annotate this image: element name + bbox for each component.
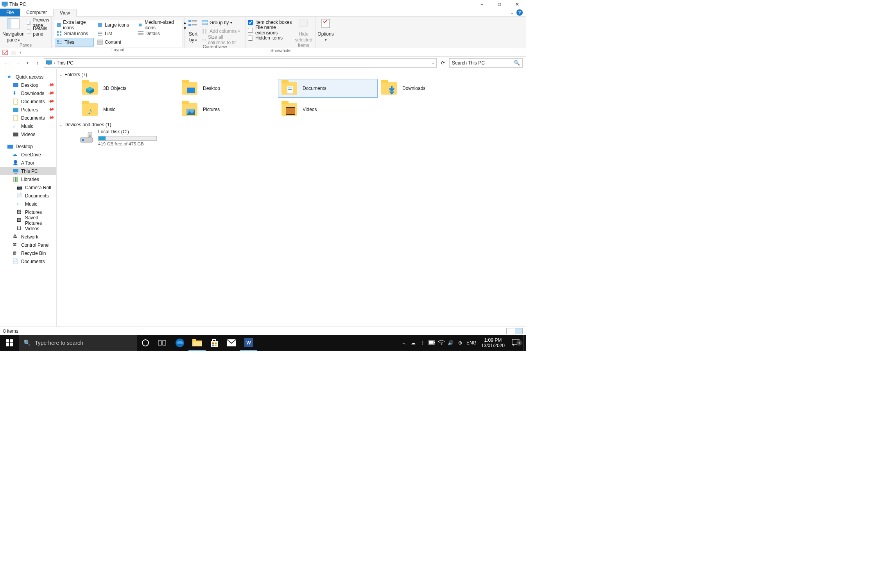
address-bar[interactable]: › This PC ⌄ bbox=[44, 58, 437, 68]
sidebar-lib-videos[interactable]: 🎞Videos bbox=[0, 224, 56, 233]
qat-dropdown-icon[interactable]: ▾ bbox=[20, 50, 22, 54]
refresh-button[interactable]: ⟳ bbox=[439, 60, 447, 66]
sidebar-quick-access[interactable]: ★Quick access bbox=[0, 73, 56, 81]
sort-by-button[interactable]: Sort by ▾ bbox=[187, 18, 199, 43]
taskbar-word[interactable]: W bbox=[240, 335, 257, 351]
tray-onedrive-icon[interactable]: ☁ bbox=[409, 340, 418, 346]
tray-wifi-icon[interactable] bbox=[437, 340, 446, 346]
tray-clock[interactable]: 1:09 PM 13/01/2020 bbox=[478, 337, 508, 349]
folder-label: Desktop bbox=[203, 86, 220, 91]
taskbar-store[interactable] bbox=[206, 335, 223, 351]
minimize-button[interactable]: − bbox=[473, 0, 491, 9]
sidebar-this-pc[interactable]: This PC bbox=[0, 167, 56, 175]
layout-content[interactable]: Content bbox=[95, 38, 134, 47]
folder-pictures[interactable]: ☁Pictures bbox=[178, 100, 278, 119]
cortana-button[interactable] bbox=[137, 335, 154, 351]
layout-details[interactable]: Details bbox=[136, 29, 182, 38]
folder-downloads[interactable]: Downloads bbox=[378, 79, 477, 98]
layout-gallery[interactable]: Extra large icons Large icons Medium-siz… bbox=[54, 20, 183, 47]
sidebar-item-documents[interactable]: Documents📌 bbox=[0, 97, 56, 106]
sidebar-item-downloads[interactable]: ⬇Downloads📌 bbox=[0, 89, 56, 97]
recent-locations-button[interactable]: ▾ bbox=[23, 61, 31, 65]
layout-extra-large[interactable]: Extra large icons bbox=[55, 21, 94, 29]
folders-header[interactable]: ⌄Folders (7) bbox=[59, 72, 522, 77]
action-center-button[interactable]: 1 bbox=[508, 339, 523, 347]
file-extensions-toggle[interactable]: File name extensions bbox=[248, 26, 293, 34]
sidebar-item-pictures[interactable]: Pictures📌 bbox=[0, 106, 56, 114]
taskbar-edge[interactable] bbox=[171, 335, 188, 351]
svg-rect-42 bbox=[11, 51, 16, 55]
sidebar-lib-music[interactable]: ♪Music bbox=[0, 200, 56, 208]
folder-label: 3D Objects bbox=[103, 86, 126, 91]
breadcrumb-root[interactable]: This PC bbox=[57, 60, 74, 66]
sidebar-user[interactable]: 👤A Toor bbox=[0, 159, 56, 167]
taskbar-search[interactable]: 🔍 Type here to search bbox=[19, 335, 137, 351]
search-icon: 🔍 bbox=[23, 339, 31, 346]
show-desktop-button[interactable] bbox=[523, 335, 526, 351]
close-button[interactable]: ✕ bbox=[508, 0, 526, 9]
tray-overflow-icon[interactable]: ︿ bbox=[399, 340, 409, 346]
navigation-pane-button[interactable]: Navigation pane ▾ bbox=[2, 18, 25, 43]
sidebar-item-videos[interactable]: Videos bbox=[0, 130, 56, 138]
tab-computer[interactable]: Computer bbox=[20, 9, 53, 16]
search-box[interactable]: Search This PC 🔍 bbox=[449, 58, 523, 68]
tray-location-icon[interactable]: ⊕ bbox=[455, 340, 465, 346]
folder-3d-objects[interactable]: 3D Objects bbox=[79, 79, 178, 98]
details-view-button[interactable] bbox=[506, 328, 514, 334]
up-button[interactable]: ↑ bbox=[34, 60, 41, 66]
svg-rect-67 bbox=[286, 107, 295, 108]
pin-icon: 📌 bbox=[48, 114, 55, 122]
task-view-button[interactable] bbox=[154, 335, 171, 351]
sidebar-item-documents-2[interactable]: Documents📌 bbox=[0, 114, 56, 122]
address-dropdown-icon[interactable]: ⌄ bbox=[432, 61, 435, 65]
tab-file[interactable]: File bbox=[0, 9, 20, 16]
details-pane-button[interactable]: Details pane bbox=[25, 27, 53, 36]
properties-icon[interactable] bbox=[2, 50, 8, 55]
tray-bluetooth-icon[interactable]: ᛒ bbox=[418, 340, 427, 346]
back-button[interactable]: ← bbox=[3, 60, 11, 66]
options-button[interactable]: Options▾ bbox=[317, 18, 333, 42]
layout-small[interactable]: Small icons bbox=[55, 29, 94, 38]
folder-music[interactable]: ♪Music bbox=[79, 100, 178, 119]
sidebar-onedrive[interactable]: ☁OneDrive bbox=[0, 151, 56, 159]
folder-videos[interactable]: Videos bbox=[278, 100, 378, 119]
breadcrumb-separator-icon[interactable]: › bbox=[54, 60, 55, 66]
group-by-button[interactable]: Group by ▾ bbox=[200, 18, 243, 27]
sidebar-lib-saved-pictures[interactable]: 🖼Saved Pictures bbox=[0, 216, 56, 224]
svg-rect-61 bbox=[288, 88, 292, 88]
sidebar-lib-documents[interactable]: 📄Documents bbox=[0, 192, 56, 200]
folder-documents[interactable]: ☁Documents bbox=[278, 79, 378, 98]
sidebar-network[interactable]: 🖧Network bbox=[0, 233, 56, 241]
tab-view[interactable]: View bbox=[53, 9, 77, 17]
status-bar: 8 items bbox=[0, 326, 526, 335]
sidebar-item-music[interactable]: ♪Music bbox=[0, 122, 56, 130]
help-icon[interactable]: ? bbox=[516, 9, 523, 16]
folder-desktop[interactable]: Desktop bbox=[178, 79, 278, 98]
svg-rect-19 bbox=[99, 33, 102, 34]
start-button[interactable] bbox=[0, 335, 19, 351]
sidebar-item-desktop[interactable]: Desktop📌 bbox=[0, 81, 56, 89]
tiles-view-button[interactable] bbox=[515, 328, 523, 334]
content-pane: ⌄Folders (7) 3D Objects Desktop ☁Documen… bbox=[57, 69, 526, 326]
sidebar-control-panel[interactable]: 🛠Control Panel bbox=[0, 241, 56, 249]
layout-medium[interactable]: Medium-sized icons bbox=[136, 21, 182, 29]
sidebar-lib-camera-roll[interactable]: 📷Camera Roll bbox=[0, 183, 56, 192]
drive-local-disk-c[interactable]: Local Disk (C:) 419 GB free of 475 GB bbox=[79, 129, 180, 146]
tray-volume-icon[interactable]: 🔊 bbox=[446, 340, 455, 346]
ribbon-collapse-icon[interactable]: ⌄ bbox=[510, 10, 514, 15]
layout-large[interactable]: Large icons bbox=[95, 21, 134, 29]
taskbar-mail[interactable] bbox=[223, 335, 240, 351]
drives-header[interactable]: ⌄Devices and drives (1) bbox=[59, 122, 522, 127]
sidebar-recycle-bin[interactable]: 🗑Recycle Bin bbox=[0, 249, 56, 257]
hidden-items-toggle[interactable]: Hidden items bbox=[248, 34, 293, 42]
layout-list[interactable]: List bbox=[95, 29, 134, 38]
tray-battery-icon[interactable] bbox=[427, 340, 437, 346]
tray-language[interactable]: ENG bbox=[465, 340, 478, 346]
sidebar-libraries[interactable]: Libraries bbox=[0, 175, 56, 183]
taskbar-explorer[interactable] bbox=[188, 335, 206, 351]
maximize-button[interactable]: □ bbox=[491, 0, 508, 9]
sidebar-documents-bottom[interactable]: 📄Documents bbox=[0, 257, 56, 265]
sidebar-desktop[interactable]: Desktop bbox=[0, 142, 56, 151]
svg-rect-29 bbox=[97, 43, 103, 45]
layout-tiles[interactable]: Tiles bbox=[55, 38, 94, 47]
